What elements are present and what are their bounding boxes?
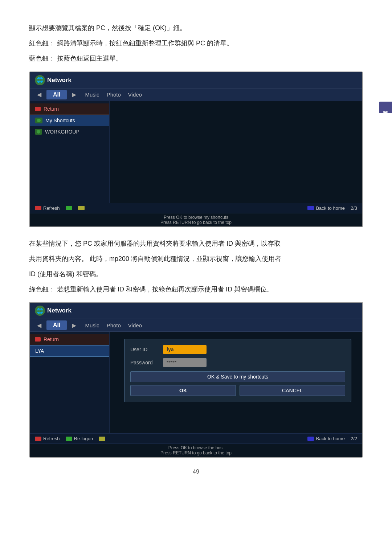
sidebar-workgroup[interactable]: WORKGROUP: [30, 126, 109, 137]
footer-right: Back to home 2/3: [307, 205, 357, 211]
nav2-left-arrow[interactable]: ◀: [35, 321, 44, 330]
workgroup-label: WORKGROUP: [45, 129, 79, 135]
footer2-right: Back to home 2/2: [307, 436, 357, 441]
sidebar-return[interactable]: Return: [30, 103, 109, 115]
nav-tabs: Music Photo Video: [85, 91, 142, 98]
nav-left-arrow[interactable]: ◀: [35, 90, 44, 99]
intro-text: 顯示想要瀏覽其檔案的 PC，然後按「確定 (OK)」鈕。 紅色鈕： 網路清單顯示…: [29, 22, 363, 65]
screen1-sidebar: Return My Shortcuts WORKGROUP: [30, 101, 110, 203]
green-btn2-icon: [66, 437, 72, 441]
middle-text: 在某些情況下，您 PC 或家用伺服器的共用資料夾將要求輸入使用者 ID 與密碼，…: [29, 237, 363, 296]
page-num: 2/3: [351, 205, 357, 211]
yellow-btn-icon: [78, 206, 85, 210]
ok-cancel-row: OK CANCEL: [130, 385, 345, 396]
screen1-nav: ◀ All ▶ Music Photo Video: [30, 89, 362, 101]
lya-label: LYA: [35, 348, 44, 354]
screen1-footer: Refresh Back to home 2/3: [30, 203, 362, 213]
save-shortcuts-button[interactable]: OK & Save to my shortcuts: [130, 371, 345, 382]
screen2-header: 🌐 Network: [30, 303, 362, 319]
intro-line3: 藍色鈕： 按藍色鈕返回主選單。: [29, 52, 363, 65]
page-num2: 2/2: [351, 436, 357, 441]
screen1-header: 🌐 Network: [30, 72, 362, 89]
shortcuts-icon: [35, 118, 42, 123]
screen1-body: Return My Shortcuts WORKGROUP: [30, 101, 362, 203]
nav-label: All: [46, 90, 67, 99]
intro-line2: 紅色鈕： 網路清單顯示時，按紅色鈕重新整理工作群組與 PC 的清單。: [29, 37, 363, 49]
password-field[interactable]: *****: [163, 358, 207, 367]
middle-line3: ID (使用者名稱) 和密碼。: [29, 268, 363, 280]
nav2-label: All: [46, 320, 67, 330]
password-row: Password *****: [130, 358, 345, 367]
network-icon2: 🌐: [35, 306, 45, 316]
red-btn2-icon: [35, 437, 41, 441]
middle-line1: 在某些情況下，您 PC 或家用伺服器的共用資料夾將要求輸入使用者 ID 與密碼，…: [29, 237, 363, 250]
hint2: Press RETURN to go back to the top: [31, 220, 361, 225]
page-container: 繁體中文 顯示想要瀏覽其檔案的 PC，然後按「確定 (OK)」鈕。 紅色鈕： 網…: [0, 0, 392, 497]
hint1: Press OK to browse my shortcuts: [31, 215, 361, 220]
sidebar-my-shortcuts[interactable]: My Shortcuts: [30, 115, 109, 126]
tab-photo[interactable]: Photo: [107, 91, 121, 98]
middle-line4: 綠色鈕： 若想重新輸入使用者 ID 和密碼，按綠色鈕再次顯示使用者 ID 與密碼…: [29, 283, 363, 295]
relogon-btn[interactable]: Re-logon: [66, 436, 93, 441]
relogon-label: Re-logon: [74, 436, 93, 441]
login-dialog: User ID lya Password ***** OK & Save to …: [124, 339, 351, 402]
refresh-btn[interactable]: Refresh: [35, 205, 60, 211]
screen2-nav: ◀ All ▶ Music Photo Video: [30, 319, 362, 332]
user-id-label: User ID: [130, 347, 159, 352]
middle-line2: 共用資料夾的內容。 此時，mp200 將自動偵測此種情況，並顯示視窗，讓您輸入使…: [29, 253, 363, 265]
nav2-right-arrow[interactable]: ▶: [70, 321, 78, 330]
hint2-2: Press RETURN to go back to the top: [31, 450, 361, 455]
network-title: Network: [47, 77, 72, 84]
tab2-music[interactable]: Music: [85, 322, 99, 328]
back-to-home2[interactable]: Back to home: [307, 436, 345, 441]
blue-btn2-icon: [307, 437, 314, 441]
screen2: 🌐 Network ◀ All ▶ Music Photo Video Retu…: [29, 302, 363, 458]
return2-icon: [35, 337, 41, 342]
user-id-field[interactable]: lya: [163, 345, 207, 354]
nav2-tabs: Music Photo Video: [85, 322, 142, 328]
back-to-home[interactable]: Back to home: [307, 205, 345, 211]
network-title2: Network: [47, 307, 72, 314]
green-btn-icon: [66, 206, 72, 210]
return-icon: [35, 107, 41, 111]
cancel-button[interactable]: CANCEL: [240, 385, 345, 396]
network-icon: 🌐: [35, 75, 45, 85]
hint2-1: Press OK to browse the host: [31, 445, 361, 450]
ok-button[interactable]: OK: [130, 385, 236, 396]
refresh2-btn[interactable]: Refresh: [35, 436, 60, 441]
blue-btn-icon: [307, 206, 314, 210]
back2-label: Back to home: [316, 436, 345, 441]
yellow2-btn[interactable]: [99, 437, 105, 441]
screen1: 🌐 Network ◀ All ▶ Music Photo Video Retu…: [29, 71, 363, 227]
sidebar2-return[interactable]: Return: [30, 334, 109, 345]
red-btn-icon: [35, 206, 41, 210]
password-label: Password: [130, 360, 159, 365]
workgroup-icon: [35, 129, 42, 135]
user-id-row: User ID lya: [130, 345, 345, 354]
return2-label: Return: [44, 336, 59, 342]
refresh2-label: Refresh: [43, 436, 60, 441]
screen1-main: [110, 101, 362, 203]
page-footer: 49: [29, 469, 363, 475]
return-label: Return: [44, 106, 59, 112]
back-label: Back to home: [316, 205, 345, 211]
tab-video[interactable]: Video: [128, 91, 142, 98]
screen2-footer: Refresh Re-logon Back to home 2/2: [30, 433, 362, 443]
tab2-video[interactable]: Video: [128, 322, 142, 328]
sidebar2-lya[interactable]: LYA: [30, 345, 109, 357]
login-buttons: OK & Save to my shortcuts OK CANCEL: [130, 371, 345, 396]
yellow-btn[interactable]: [78, 206, 85, 210]
screen2-main: User ID lya Password ***** OK & Save to …: [110, 332, 362, 433]
screen2-sidebar: Return LYA: [30, 332, 110, 433]
network-logo: 🌐 Network: [35, 75, 72, 85]
yellow-btn2-icon: [99, 437, 105, 441]
green-btn[interactable]: [66, 206, 72, 210]
intro-line1: 顯示想要瀏覽其檔案的 PC，然後按「確定 (OK)」鈕。: [29, 22, 363, 34]
screen2-hint: Press OK to browse the host Press RETURN…: [30, 443, 362, 457]
nav-right-arrow[interactable]: ▶: [70, 90, 78, 99]
network-logo2: 🌐 Network: [35, 306, 72, 316]
tab-music[interactable]: Music: [85, 91, 99, 98]
tab2-photo[interactable]: Photo: [107, 322, 121, 328]
refresh-label: Refresh: [43, 205, 60, 211]
screen2-body: Return LYA User ID lya Password *****: [30, 332, 362, 433]
